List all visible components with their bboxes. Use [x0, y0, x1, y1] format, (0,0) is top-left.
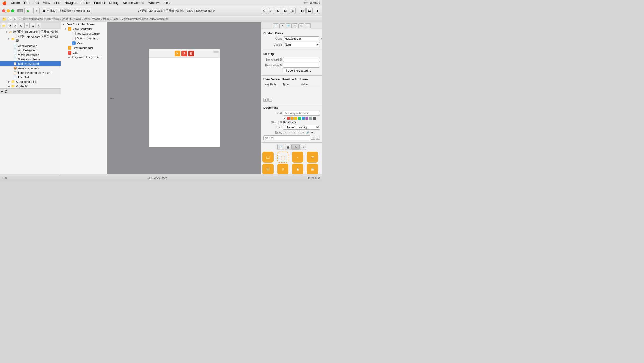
- breadcrumb-item-0[interactable]: 07-通过 storyboard使用导航控制器: [19, 17, 60, 21]
- scene-header[interactable]: ▾ View Controller Scene: [61, 22, 107, 26]
- scene-entry-point[interactable]: ➡ Storyboard Entry Point: [61, 55, 107, 59]
- right-panel-toggle[interactable]: ◨: [314, 8, 320, 14]
- attributes-inspector-tab[interactable]: ⚙: [292, 23, 298, 28]
- resize-handle[interactable]: [213, 51, 219, 53]
- menu-xcode[interactable]: Xcode: [11, 1, 20, 5]
- vc-icon-view[interactable]: V: [175, 51, 180, 56]
- add-group-btn[interactable]: +: [1, 89, 3, 93]
- file-item-products[interactable]: ▶ 📁 Products: [0, 84, 61, 88]
- tray-storyboard-ref[interactable]: ⬚: [277, 152, 288, 163]
- tray-view-controller[interactable]: □: [262, 152, 274, 163]
- git-view-btn[interactable]: ⚙: [7, 23, 12, 28]
- tray-splitview-vc[interactable]: ▣: [292, 164, 303, 174]
- menu-view[interactable]: View: [43, 1, 50, 5]
- menu-help[interactable]: Help: [164, 1, 170, 5]
- view-assistant-button[interactable]: ⊞: [282, 8, 288, 14]
- size-inspector-tab[interactable]: ⊡: [298, 23, 304, 28]
- scene-top-layout[interactable]: Top Layout Guide: [61, 31, 107, 36]
- nav-prev-button[interactable]: ◁: [261, 8, 267, 14]
- close-button[interactable]: [2, 9, 5, 12]
- class-clear-btn[interactable]: ✕: [321, 37, 322, 40]
- scene-first-responder[interactable]: F First Responder: [61, 46, 107, 50]
- scene-exit[interactable]: E Exit: [61, 50, 107, 55]
- breadcrumb-item-5[interactable]: View Controller: [150, 17, 168, 20]
- notes-font-input[interactable]: [263, 135, 310, 140]
- notes-justify[interactable]: ≡: [297, 131, 301, 134]
- zoom-in-btn[interactable]: ⊕: [315, 176, 317, 179]
- notes-font-size-up[interactable]: ↑: [311, 136, 315, 140]
- notes-edit[interactable]: ✎: [301, 131, 305, 134]
- menu-navigate[interactable]: Navigate: [65, 1, 77, 5]
- filter-btn[interactable]: ⧖: [36, 23, 41, 28]
- lock-select[interactable]: Inherited - (Nothing): [283, 125, 320, 130]
- bottom-panel-toggle[interactable]: ⬓: [306, 8, 313, 14]
- red-swatch[interactable]: [287, 117, 290, 120]
- file-item-assets[interactable]: 📦 Assets.xcassets: [0, 66, 61, 70]
- menu-edit[interactable]: Edit: [33, 1, 39, 5]
- tray-tab-code[interactable]: {}: [285, 144, 292, 150]
- scene-view-controller[interactable]: ▾ V View Controller: [61, 26, 107, 31]
- menu-product[interactable]: Product: [94, 1, 105, 5]
- file-item-viewcontroller-h[interactable]: 📄 ViewController.h: [0, 52, 61, 57]
- class-input[interactable]: [283, 36, 319, 41]
- stop-button[interactable]: ■: [33, 8, 40, 14]
- file-item-viewcontroller-m[interactable]: 📄 ViewController.m: [0, 57, 61, 61]
- reveal-btn[interactable]: ⊙: [4, 89, 7, 93]
- use-storyboard-id-checkbox[interactable]: [283, 69, 287, 72]
- scene-prev-btn[interactable]: ◁: [147, 176, 150, 179]
- notes-more[interactable]: ≫: [310, 131, 314, 134]
- remove-runtime-attr-btn[interactable]: −: [268, 98, 272, 102]
- view-version-button[interactable]: ⊠: [289, 8, 296, 14]
- file-item-supporting-files[interactable]: ▶ 📁 Supporting Files: [0, 79, 61, 84]
- tray-tab-objects[interactable]: ⊙: [292, 144, 299, 150]
- gray-swatch[interactable]: [309, 117, 312, 120]
- view-standard-button[interactable]: ⊟: [275, 8, 281, 14]
- dark-swatch[interactable]: [313, 117, 316, 120]
- zoom-fit-btn[interactable]: ⊡: [308, 176, 310, 179]
- file-item-info-plist[interactable]: 📄 Info.plist: [0, 75, 61, 79]
- scene-next-btn[interactable]: ▷: [151, 176, 153, 179]
- add-nav-btn[interactable]: +: [2, 176, 4, 179]
- storyboard-id-input[interactable]: [283, 57, 320, 62]
- breadcrumb-forward[interactable]: ▷: [13, 17, 17, 21]
- notes-font-size-down[interactable]: ↓: [316, 136, 320, 140]
- menu-editor[interactable]: Editor: [82, 1, 90, 5]
- orange-swatch[interactable]: [290, 117, 294, 120]
- tray-navigation-vc[interactable]: ‹: [292, 152, 303, 163]
- tray-collectionview-vc[interactable]: ⊞: [262, 164, 274, 174]
- file-inspector-tab[interactable]: 📄: [273, 23, 279, 28]
- run-button[interactable]: ▶: [24, 8, 32, 14]
- menu-find[interactable]: Find: [54, 1, 60, 5]
- left-panel-toggle[interactable]: ◧: [299, 8, 306, 14]
- search-btn[interactable]: ⊙: [19, 23, 24, 28]
- tray-tab-files[interactable]: 📄: [277, 144, 284, 150]
- nav-next-button[interactable]: ▷: [268, 8, 274, 14]
- list-view-btn[interactable]: ≡: [24, 23, 30, 28]
- breadcrumb-item-3[interactable]: Main....(Base): [103, 17, 119, 20]
- notes-link[interactable]: 🔗: [306, 131, 310, 134]
- refresh-btn[interactable]: ↺: [318, 176, 320, 179]
- scene-view[interactable]: V View: [61, 41, 107, 46]
- scheme-selector[interactable]: 📱 07-通过 st...导航控制器 ▸ iPhone 6s Plus: [41, 8, 92, 14]
- symbol-view-btn[interactable]: △: [13, 23, 18, 28]
- minimize-button[interactable]: [7, 9, 10, 12]
- add-runtime-attr-btn[interactable]: +: [263, 98, 268, 102]
- file-item-root[interactable]: ▾ 🗂 07-通过 storyboard使用导航控制器: [0, 29, 61, 34]
- menu-file[interactable]: File: [24, 1, 29, 5]
- purple-swatch[interactable]: [305, 117, 308, 120]
- green-swatch[interactable]: [298, 117, 301, 120]
- apple-menu[interactable]: 🍎: [2, 1, 7, 5]
- notes-align-right[interactable]: ≡: [292, 131, 296, 134]
- file-item-appdelegate-h[interactable]: 📄 AppDelegate.h: [0, 43, 61, 48]
- no-color-swatch[interactable]: ✕: [283, 117, 286, 120]
- connections-inspector-tab[interactable]: →: [305, 23, 311, 28]
- breadcrumb-item-1[interactable]: 07-通过...控制器: [62, 17, 81, 21]
- view-controller-frame[interactable]: V F E: [149, 49, 220, 147]
- blue-swatch[interactable]: [302, 117, 305, 120]
- restoration-id-input[interactable]: [283, 63, 320, 68]
- breadcrumb-item-2[interactable]: Main....yboard: [84, 17, 100, 20]
- breadcrumb-back[interactable]: ◁: [8, 17, 12, 21]
- grid-view-btn[interactable]: ⊞: [30, 23, 35, 28]
- notes-align-center[interactable]: ≡: [288, 131, 292, 134]
- vc-icon-exit[interactable]: E: [188, 51, 194, 56]
